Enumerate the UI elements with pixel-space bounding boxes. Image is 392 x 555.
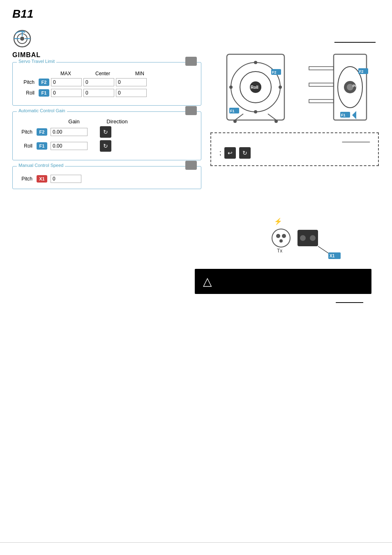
- auto-control-gain-section: Automatic Control Gain Gain Direction Pi…: [12, 111, 201, 160]
- svg-text:F2: F2: [359, 69, 364, 74]
- acg-pitch-badge: F2: [37, 128, 47, 136]
- stl-roll-label: Roll: [18, 90, 37, 96]
- stl-roll-row: Roll F1: [18, 89, 195, 97]
- stl-pitch-min-input[interactable]: [116, 78, 147, 86]
- stl-pitch-center-input[interactable]: [83, 78, 114, 86]
- stl-pitch-row: Pitch F2: [18, 78, 195, 86]
- svg-line-20: [235, 114, 243, 120]
- stl-table: MAX Center MIN Pitch F2 Roll F1: [18, 71, 195, 97]
- svg-point-45: [310, 235, 316, 241]
- auto-control-gain-title: Automatic Control Gain: [17, 108, 67, 113]
- acg-roll-gain-input[interactable]: [51, 142, 88, 150]
- servo-travel-limit-section: Servo Travel Limit MAX Center MIN Pitch …: [12, 62, 201, 106]
- acg-pitch-row: Pitch F2 ↻: [18, 126, 195, 138]
- mcs-pitch-badge: X1: [37, 175, 47, 183]
- svg-marker-36: [352, 111, 356, 119]
- mcs-pitch-label: Pitch: [18, 176, 35, 182]
- stl-pitch-max-input[interactable]: [51, 78, 82, 86]
- svg-point-18: [229, 86, 233, 89]
- gimbal-icon-container: [12, 29, 201, 51]
- left-panel: GIMBAL Servo Travel Limit MAX Center MIN…: [12, 29, 201, 195]
- servo-travel-limit-button[interactable]: [185, 57, 197, 66]
- acg-pitch-gain-input[interactable]: [51, 128, 88, 136]
- svg-text:F2: F2: [272, 70, 277, 74]
- dotted-control-row: ; ↩ ↻: [215, 145, 374, 161]
- svg-rect-27: [309, 99, 334, 103]
- dotted-box-link[interactable]: ___________: [215, 137, 370, 142]
- warning-triangle-icon: △: [203, 275, 212, 288]
- stl-header: MAX Center MIN: [47, 71, 195, 76]
- svg-text:Roll: Roll: [251, 85, 258, 90]
- connector-diagram: ⚡ Tx X1: [201, 215, 365, 265]
- page-footer-line: [0, 542, 392, 543]
- svg-point-39: [276, 234, 280, 238]
- stl-roll-min-input[interactable]: [116, 89, 147, 97]
- stl-roll-badge: F1: [39, 89, 49, 97]
- servo-travel-limit-title: Servo Travel Limit: [17, 59, 56, 64]
- svg-text:F1: F1: [341, 113, 346, 117]
- acg-roll-label: Roll: [18, 143, 35, 149]
- acg-roll-direction-button[interactable]: ↻: [100, 140, 111, 152]
- gimbal-diagrams: Roll F2 F1: [214, 46, 375, 128]
- dotted-diagram-box: ___________ ; ↩ ↻: [210, 132, 379, 166]
- svg-line-21: [268, 114, 276, 120]
- acg-pitch-direction-button[interactable]: ↻: [100, 126, 111, 138]
- manual-control-speed-button[interactable]: [185, 161, 197, 170]
- gimbal-icon: [12, 29, 32, 49]
- manual-control-speed-section: Manual Control Speed Pitch X1: [12, 166, 201, 189]
- stl-roll-max-input[interactable]: [51, 89, 82, 97]
- acg-col-direction: Direction: [101, 118, 134, 125]
- acg-roll-badge: F1: [37, 142, 47, 150]
- stl-pitch-label: Pitch: [18, 79, 37, 85]
- stl-col-min: MIN: [121, 71, 158, 76]
- right-top-link[interactable]: _______________: [334, 37, 376, 43]
- connector-svg: ⚡ Tx X1: [213, 215, 353, 265]
- warning-box: △: [195, 269, 371, 294]
- svg-text:Tx: Tx: [277, 248, 282, 254]
- mcs-pitch-row: Pitch X1: [18, 175, 195, 183]
- bottom-link[interactable]: __________: [187, 297, 363, 303]
- svg-point-19: [279, 86, 282, 89]
- svg-text:Pitch: Pitch: [353, 84, 362, 88]
- manual-control-speed-title: Manual Control Speed: [17, 163, 65, 168]
- svg-point-40: [282, 234, 286, 238]
- auto-control-gain-button[interactable]: [185, 106, 197, 115]
- acg-header: Gain Direction: [51, 118, 195, 125]
- gimbal-diagram-side: F2 Pitch F1: [305, 50, 371, 124]
- page-title: B11: [0, 0, 392, 25]
- gimbal-diagram-front: Roll F2 F1: [219, 50, 293, 124]
- svg-text:X1: X1: [330, 254, 335, 258]
- dotted-semicolon: ;: [219, 149, 221, 157]
- svg-text:⚡: ⚡: [274, 217, 282, 225]
- mcs-pitch-input[interactable]: [51, 175, 81, 183]
- svg-point-22: [233, 120, 237, 123]
- stl-col-center: Center: [84, 71, 121, 76]
- svg-rect-26: [309, 83, 334, 86]
- svg-point-23: [274, 120, 278, 123]
- redo-button[interactable]: ↻: [239, 147, 251, 159]
- bottom-section: ⚡ Tx X1 △ ____: [0, 203, 392, 307]
- acg-col-gain: Gain: [51, 118, 97, 125]
- svg-point-41: [279, 239, 283, 243]
- stl-pitch-badge: F2: [39, 79, 49, 86]
- svg-rect-25: [309, 67, 334, 70]
- right-panel: _______________ Roll F2 F1: [210, 29, 380, 195]
- svg-point-17: [254, 110, 257, 113]
- svg-text:F1: F1: [230, 109, 235, 113]
- acg-pitch-label: Pitch: [18, 129, 35, 135]
- svg-point-38: [272, 229, 290, 247]
- undo-button[interactable]: ↩: [224, 147, 236, 159]
- svg-point-2: [20, 37, 24, 41]
- acg-roll-row: Roll F1 ↻: [18, 140, 195, 152]
- stl-col-max: MAX: [47, 71, 84, 76]
- gimbal-label: GIMBAL: [12, 51, 201, 59]
- svg-point-44: [300, 235, 306, 241]
- svg-point-16: [254, 61, 257, 64]
- stl-roll-center-input[interactable]: [83, 89, 114, 97]
